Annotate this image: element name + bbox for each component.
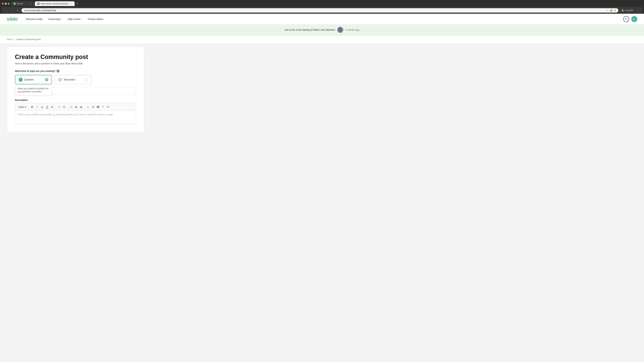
incognito-label: Incognito <box>625 9 633 11</box>
question-radio[interactable] <box>45 78 48 81</box>
discussion-label: Discussion <box>64 78 83 81</box>
breadcrumb-bar: Home › Create a Community post <box>0 35 644 43</box>
topic-type-selector: ? Question When you need of a solution f… <box>15 75 136 84</box>
quote-btn[interactable]: ❝ <box>100 105 105 109</box>
page-title: Create a Community post <box>15 53 136 60</box>
star-icon[interactable]: ☆ <box>606 9 608 12</box>
underline-btn[interactable]: U <box>40 105 44 109</box>
ordered-list-btn[interactable]: ☰ <box>62 105 66 109</box>
nav-community[interactable]: Community <box>46 16 64 22</box>
topic-type-label: What kind of topic are you creating? i <box>15 69 136 72</box>
question-label: Question <box>24 78 44 81</box>
download-icon[interactable]: ⬇ <box>614 9 616 12</box>
topic-card-question[interactable]: ? Question <box>15 75 52 84</box>
nav-help-center[interactable]: Help Center <box>65 16 84 22</box>
incognito-btn[interactable]: 🕵 Incognito <box>620 8 634 13</box>
radio-inner <box>46 79 47 80</box>
question-icon: ? <box>18 78 23 82</box>
align-right-btn[interactable]: ▥ <box>79 105 83 109</box>
editor-placeholder: Add as many details as possible, by prov… <box>18 113 113 116</box>
editor-body[interactable]: Add as many details as possible, by prov… <box>15 111 136 124</box>
window-maximize-btn[interactable] <box>8 3 10 5</box>
topic-info-icon[interactable]: i <box>56 69 60 72</box>
breadcrumb-separator: › <box>14 38 14 40</box>
address-bar[interactable]: community.slido.com/topic/new ☆ 🧩 ⬇ <box>22 8 618 12</box>
text-color-btn[interactable]: A <box>45 105 50 109</box>
logo-text: slido <box>7 16 18 22</box>
incognito-icon: 🕵 <box>621 9 624 12</box>
browser-tab-events[interactable]: S Events ✕ <box>11 1 34 6</box>
window-minimize-btn[interactable] <box>5 3 7 5</box>
site-nav: Welcome Guide Community Help Center Prod… <box>23 16 623 22</box>
bullet-list-btn[interactable]: ≡ <box>57 105 62 109</box>
page-subtitle: Start a discussion, ask a question or sh… <box>15 62 136 65</box>
nav-welcome-guide[interactable]: Welcome Guide <box>23 16 45 22</box>
styles-arrow-icon: ▾ <box>25 106 26 108</box>
nav-refresh-btn[interactable]: ↻ <box>16 8 20 13</box>
address-bar-icons: ☆ 🧩 ⬇ <box>606 9 616 12</box>
site-logo[interactable]: slido <box>7 16 18 22</box>
image-btn[interactable]: 🖼 <box>96 105 100 109</box>
italic-btn[interactable]: I <box>35 105 40 109</box>
nav-product-news[interactable]: Product News <box>85 16 106 22</box>
tab-label-events: Events <box>17 2 23 5</box>
address-text: community.slido.com/topic/new <box>24 9 56 12</box>
toolbar-divider-4 <box>84 105 84 109</box>
question-tooltip: When you need of a solution for your que… <box>15 85 52 95</box>
align-center-btn[interactable]: ▤ <box>74 105 78 109</box>
address-bar-row: ‹ › ↻ community.slido.com/topic/new ☆ 🧩 … <box>2 7 642 14</box>
banner-time: 4 months ago <box>345 28 360 31</box>
banner-text: Join us for a live training of Slido's n… <box>284 28 335 31</box>
breadcrumb-current: Create a Community post <box>16 38 40 40</box>
browser-chrome: S Events ✕ S Help articles and best prac… <box>0 0 644 14</box>
nav-forward-btn[interactable]: › <box>10 8 14 13</box>
tab-close-events[interactable]: ✕ <box>30 2 32 5</box>
tab-close-help[interactable]: ✕ <box>70 2 72 5</box>
user-avatar[interactable]: L <box>631 16 637 22</box>
description-label: Description <box>15 99 136 101</box>
toolbar-divider-2 <box>56 105 56 109</box>
link-btn[interactable]: 🔗 <box>90 105 95 109</box>
question-card-wrapper: ? Question When you need of a solution f… <box>15 75 52 84</box>
search-icon: 🔍 <box>625 17 628 21</box>
browser-top-bar: S Events ✕ S Help articles and best prac… <box>2 1 642 6</box>
browser-tabs: S Events ✕ S Help articles and best prac… <box>11 1 80 6</box>
discussion-radio[interactable] <box>85 78 88 81</box>
window-close-btn[interactable] <box>2 3 4 5</box>
header-actions: 🔍 L <box>623 16 637 22</box>
new-tab-btn[interactable]: + <box>75 1 80 6</box>
more-toolbar-btn[interactable]: ••• <box>106 105 110 109</box>
styles-dropdown-btn[interactable]: Styles ▾ <box>17 105 28 109</box>
tab-favicon-help: S <box>37 2 40 5</box>
discussion-icon: 💬 <box>58 78 62 82</box>
styles-label: Styles <box>18 106 24 108</box>
search-button[interactable]: 🔍 <box>623 16 629 22</box>
breadcrumb-inner: Home › Create a Community post <box>7 38 637 40</box>
page-content: slido Welcome Guide Community Help Cente… <box>0 14 644 362</box>
toolbar-divider-1 <box>28 105 29 109</box>
tab-favicon-events: S <box>14 2 16 5</box>
emoji-btn[interactable]: ☺ <box>86 105 90 109</box>
strikethrough-btn[interactable]: A <box>50 105 54 109</box>
browser-tab-help[interactable]: S Help articles and best practices ✕ <box>35 1 75 6</box>
description-section: Description Styles ▾ B I U A A ≡ ☰ ⬜ <box>15 99 136 124</box>
training-banner: Join us for a live training of Slido's n… <box>0 24 644 35</box>
topic-card-discussion[interactable]: 💬 Discussion <box>54 75 92 84</box>
main-form-container: Create a Community post Start a discussi… <box>7 46 144 132</box>
window-controls <box>2 3 10 5</box>
banner-avatar: 👤 <box>337 27 343 33</box>
site-header: slido Welcome Guide Community Help Cente… <box>0 14 644 24</box>
breadcrumb-home[interactable]: Home <box>7 38 12 40</box>
bold-btn[interactable]: B <box>30 105 34 109</box>
align-left-btn[interactable]: ⬜ <box>68 105 73 109</box>
extensions-icon[interactable]: 🧩 <box>610 9 613 12</box>
nav-back-btn[interactable]: ‹ <box>3 8 8 13</box>
editor-toolbar: Styles ▾ B I U A A ≡ ☰ ⬜ ▤ ▥ ☺ <box>15 103 136 111</box>
tab-label-help: Help articles and best practices <box>40 2 68 5</box>
browser-more-btn[interactable]: ⋮ <box>636 8 641 13</box>
